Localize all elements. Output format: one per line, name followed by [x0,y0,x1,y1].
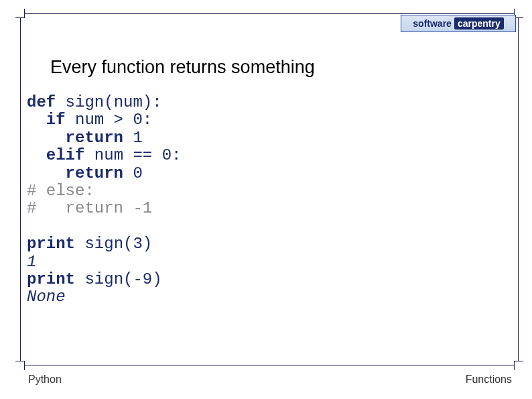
footer-left: Python [28,374,62,386]
kw-def: def [27,93,56,111]
code-l11b: sign(-9) [75,270,162,288]
software-carpentry-logo: software carpentry [401,15,516,32]
kw-print1: print [27,235,75,253]
code-block: def sign(num): if num > 0: return 1 elif… [27,94,181,306]
kw-elif: elif [27,146,84,164]
output-none: None [27,288,66,306]
corner-tl [15,9,25,18]
corner-br [514,361,523,370]
kw-return2: return [27,164,123,182]
code-l3b: 1 [123,129,143,147]
code-l5b: 0 [123,164,143,182]
comment-return: # return -1 [27,199,152,217]
kw-return1: return [27,129,123,147]
kw-if: if [27,111,66,129]
code-l4b: num == 0: [84,146,181,164]
code-l2b: num > 0: [66,111,153,129]
footer-right: Functions [466,374,512,386]
comment-else: # else: [27,182,94,200]
logo-text-software: software [413,18,452,29]
logo-text-carpentry: carpentry [454,17,504,30]
corner-bl [15,361,25,370]
output-1: 1 [27,253,36,271]
kw-print2: print [27,270,75,288]
slide-title: Every function returns something [50,57,315,78]
code-l9b: sign(3) [75,235,152,253]
code-l1b: sign(num): [56,93,161,111]
